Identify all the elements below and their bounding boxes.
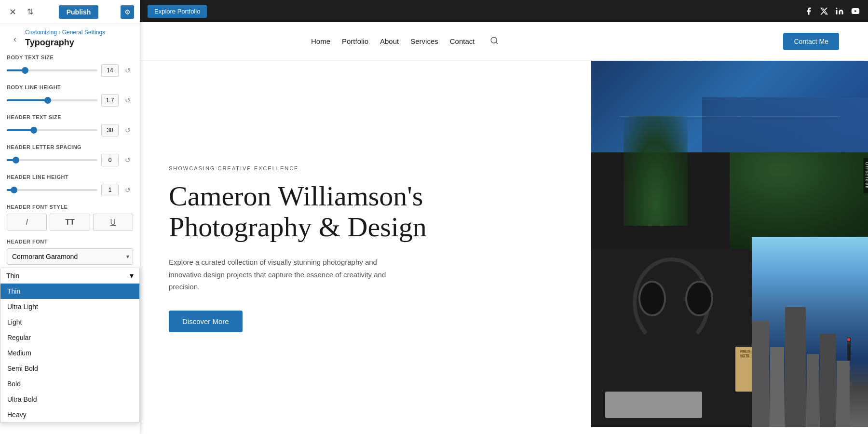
header-letter-spacing-reset[interactable]: ↺ xyxy=(122,155,133,165)
svg-point-2 xyxy=(491,37,497,43)
nav-portfolio[interactable]: Portfolio xyxy=(342,37,368,45)
gear-button[interactable]: ⚙ xyxy=(121,5,134,19)
svg-point-0 xyxy=(836,8,838,9)
preview-panel: Explore Portfolio Home Portfolio About xyxy=(140,0,868,434)
site-nav: Home Portfolio About Services Contact Co… xyxy=(140,22,868,61)
body-text-size-group: BODY TEXT SIZE 14 ↺ xyxy=(7,54,133,77)
preview-top-bar: Explore Portfolio xyxy=(140,0,868,22)
hero-left: SHOWCASING CREATIVE EXCELLENCE Cameron W… xyxy=(140,61,591,427)
body-text-size-slider[interactable] xyxy=(7,69,97,71)
font-style-bold-button[interactable]: TT xyxy=(50,214,90,231)
font-weight-dropdown: Thin ▾ Thin Ultra Light Light Regular Me… xyxy=(0,268,140,423)
dropdown-item-thin[interactable]: Thin xyxy=(0,284,139,299)
body-text-size-reset[interactable]: ↺ xyxy=(122,65,133,76)
breadcrumb: Customizing › General Settings xyxy=(25,29,105,36)
header-line-height-label: HEADER LINE HEIGHT xyxy=(7,174,133,180)
nav-search-icon[interactable] xyxy=(490,36,499,47)
publish-button[interactable]: Publish xyxy=(59,5,99,19)
body-line-height-group: BODY LINE HEIGHT 1.7 ↺ xyxy=(7,84,133,107)
explore-portfolio-button[interactable]: Explore Portfolio xyxy=(148,5,207,18)
top-bar-left: ✕ ⇅ xyxy=(6,5,37,19)
hero-subtitle: SHOWCASING CREATIVE EXCELLENCE xyxy=(169,165,562,171)
body-line-height-slider[interactable] xyxy=(7,99,97,101)
back-button[interactable]: ‹ xyxy=(7,29,23,47)
header-letter-spacing-group: HEADER LETTER SPACING 0 ↺ xyxy=(7,144,133,166)
font-style-italic-button[interactable]: I xyxy=(7,214,47,231)
font-style-underline-button[interactable]: U xyxy=(93,214,133,231)
dropdown-item-regular[interactable]: Regular xyxy=(0,330,139,345)
nav-about[interactable]: About xyxy=(380,37,399,45)
header-text-size-value: 30 xyxy=(101,124,119,136)
dropdown-chevron-down-icon: ▾ xyxy=(130,271,134,280)
offscreen-label: Offscreen xyxy=(864,158,868,193)
contact-me-button[interactable]: Contact Me xyxy=(783,33,839,50)
linkedin-icon[interactable] xyxy=(835,7,844,15)
dropdown-item-ultra-light[interactable]: Ultra Light xyxy=(0,299,139,314)
facebook-icon[interactable] xyxy=(804,7,813,15)
dropdown-item-medium[interactable]: Medium xyxy=(0,345,139,361)
nav-home[interactable]: Home xyxy=(311,37,330,45)
close-button[interactable]: ✕ xyxy=(6,5,19,19)
hero-description: Explore a curated collection of visually… xyxy=(169,256,400,293)
body-line-height-reset[interactable]: ↺ xyxy=(122,95,133,106)
header-line-height-reset[interactable]: ↺ xyxy=(122,185,133,195)
body-text-size-value: 14 xyxy=(101,64,119,77)
panel-title: Typography xyxy=(25,38,105,48)
dropdown-item-semi-bold[interactable]: Semi Bold xyxy=(0,361,139,376)
social-icons-group xyxy=(804,7,860,15)
site-preview: Home Portfolio About Services Contact Co… xyxy=(140,22,868,434)
header-font-select[interactable]: Cormorant Garamond xyxy=(7,248,133,265)
dropdown-item-heavy[interactable]: Heavy xyxy=(0,407,139,422)
nav-contact[interactable]: Contact xyxy=(450,37,475,45)
header-font-select-wrapper: Cormorant Garamond ▾ xyxy=(7,248,133,265)
discover-more-button[interactable]: Discover More xyxy=(169,311,243,332)
header-font-style-group: HEADER FONT STYLE I TT U xyxy=(7,204,133,231)
hero-section: SHOWCASING CREATIVE EXCELLENCE Cameron W… xyxy=(140,61,868,427)
dropdown-item-ultra-bold[interactable]: Ultra Bold xyxy=(0,392,139,407)
header-line-height-slider[interactable] xyxy=(7,189,97,191)
header-letter-spacing-slider[interactable] xyxy=(7,159,97,161)
nav-services[interactable]: Services xyxy=(410,37,438,45)
header-text-size-slider[interactable] xyxy=(7,129,97,131)
customizer-panel: ✕ ⇅ Publish ⚙ ‹ Customizing › General Se… xyxy=(0,0,140,434)
dropdown-item-bold[interactable]: Bold xyxy=(0,376,139,392)
twitter-x-icon[interactable] xyxy=(820,7,828,15)
top-bar: ✕ ⇅ Publish ⚙ xyxy=(0,0,140,24)
header-font-style-label: HEADER FONT STYLE xyxy=(7,204,133,210)
header-font-group: HEADER FONT Cormorant Garamond ▾ xyxy=(7,239,133,265)
header-text-size-label: HEADER TEXT SIZE xyxy=(7,114,133,120)
nav-links: Home Portfolio About Services Contact xyxy=(311,36,499,47)
dropdown-current-value: Thin xyxy=(6,272,19,280)
header-letter-spacing-label: HEADER LETTER SPACING xyxy=(7,144,133,150)
hero-right: FIELDNOTE xyxy=(591,61,868,427)
header-line-height-group: HEADER LINE HEIGHT 1 ↺ xyxy=(7,174,133,196)
dropdown-item-light[interactable]: Light xyxy=(0,314,139,330)
swap-button[interactable]: ⇅ xyxy=(23,5,37,19)
header-letter-spacing-value: 0 xyxy=(101,154,119,166)
header-font-label: HEADER FONT xyxy=(7,239,133,244)
hero-title: Cameron Williamson's Photography & Desig… xyxy=(169,181,562,243)
dropdown-selected-row: Thin ▾ xyxy=(0,268,139,284)
body-text-size-label: BODY TEXT SIZE xyxy=(7,54,133,60)
header-text-size-group: HEADER TEXT SIZE 30 ↺ xyxy=(7,114,133,136)
body-line-height-value: 1.7 xyxy=(101,94,119,107)
header-text-size-reset[interactable]: ↺ xyxy=(122,125,133,136)
body-line-height-label: BODY LINE HEIGHT xyxy=(7,84,133,90)
header-line-height-value: 1 xyxy=(101,184,119,196)
youtube-icon[interactable] xyxy=(851,7,860,15)
